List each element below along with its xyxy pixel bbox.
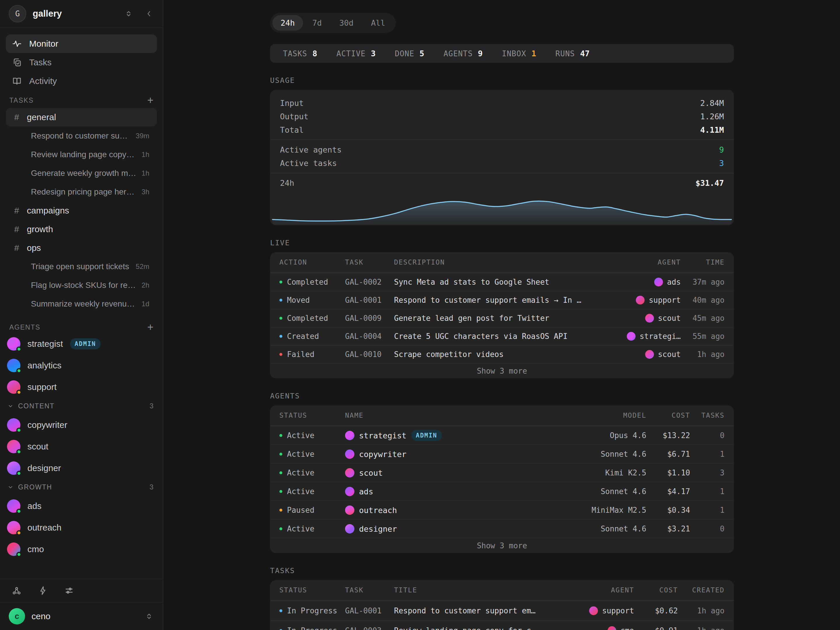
task-title: Respond to customer support em…	[31, 131, 130, 141]
agent-row[interactable]: Active strategistADMIN Opus 4.6 $13.22 0	[270, 426, 734, 445]
agent-group-content[interactable]: CONTENT 3	[0, 398, 163, 414]
sliders-icon[interactable]	[64, 586, 74, 595]
sidebar-task[interactable]: Flag low-stock SKUs for reorder 2h	[6, 276, 157, 295]
sidebar-agent-ads[interactable]: ads	[0, 495, 163, 517]
agent-row[interactable]: Active ads Sonnet 4.6 $4.17 1	[270, 482, 734, 501]
tasks-panel: STATUS TASK TITLE AGENT COST CREATED In …	[270, 580, 734, 630]
tab-7d[interactable]: 7d	[304, 15, 330, 31]
agents-show-more-button[interactable]: Show 3 more	[270, 538, 734, 553]
stat-done[interactable]: DONE5	[395, 49, 425, 58]
channel-label: ops	[27, 243, 41, 253]
live-show-more-button[interactable]: Show 3 more	[270, 363, 734, 378]
sidebar-agent-copywriter[interactable]: copywriter	[0, 414, 163, 436]
sidebar-agent-cmo[interactable]: cmo	[0, 538, 163, 560]
sidebar-agent-analytics[interactable]: analytics	[0, 355, 163, 376]
agent-name: outreach	[27, 523, 62, 532]
live-row[interactable]: Moved GAL-0001 Respond to customer suppo…	[270, 291, 734, 309]
agent-name: analytics	[27, 360, 62, 370]
channel-label: growth	[27, 224, 53, 234]
hash-icon: #	[12, 243, 21, 253]
active-tasks-row: Active tasks 3	[270, 156, 734, 170]
workspace-switcher-icon[interactable]	[124, 9, 134, 19]
sidebar-agent-outreach[interactable]: outreach	[0, 517, 163, 538]
sidebar-task[interactable]: Generate weekly growth metrics re… 1h	[6, 164, 157, 183]
sidebar-collapse-icon[interactable]	[144, 9, 154, 19]
sidebar-task[interactable]: Review landing page copy for conv… 1h	[6, 145, 157, 164]
channel-ops[interactable]: # ops	[6, 238, 157, 257]
sidebar-task[interactable]: Triage open support tickets 52m	[6, 257, 157, 276]
agent-group-growth[interactable]: GROWTH 3	[0, 479, 163, 495]
nav-item-monitor[interactable]: Monitor	[6, 35, 157, 53]
tab-30d[interactable]: 30d	[331, 15, 362, 31]
tasks-section-label: TASKS	[9, 96, 34, 104]
task-title: Generate weekly growth metrics re…	[31, 169, 136, 178]
usage-section-label: USAGE	[270, 76, 734, 85]
sidebar-nav: Monitor Tasks Activity	[0, 28, 163, 90]
sidebar-task[interactable]: Summarize weekly revenue by cha… 1d	[6, 295, 157, 313]
avatar	[7, 418, 21, 432]
stats-bar: TASKS8 ACTIVE3 DONE5 AGENTS9 INBOX1 RUNS…	[270, 44, 734, 63]
presence-dot	[16, 368, 22, 373]
avatar	[7, 499, 21, 513]
lightning-icon[interactable]	[38, 586, 48, 595]
live-row[interactable]: Created GAL-0004 Create 5 UGC characters…	[270, 327, 734, 345]
sidebar-task[interactable]: Respond to customer support em… 39m	[6, 126, 157, 145]
agent-row[interactable]: Paused outreach MiniMax M2.5 $0.34 1	[270, 501, 734, 519]
channel-general[interactable]: # general	[6, 108, 157, 126]
channel-campaigns[interactable]: # campaigns	[6, 201, 157, 220]
sidebar-agent-strategist[interactable]: strategist ADMIN	[0, 333, 163, 355]
task-title: Flag low-stock SKUs for reorder	[31, 281, 136, 290]
presence-dot	[16, 552, 22, 557]
hash-icon: #	[12, 224, 21, 234]
tab-all[interactable]: All	[363, 15, 393, 31]
admin-badge: ADMIN	[411, 430, 442, 441]
status-dot	[279, 353, 282, 356]
agents-section-label: AGENTS	[9, 324, 41, 332]
stat-runs[interactable]: RUNS47	[555, 49, 589, 58]
sidebar-toolbar	[0, 579, 163, 602]
status-dot	[279, 527, 282, 530]
usage-input-value: 2.84M	[700, 99, 724, 107]
nav-item-activity[interactable]: Activity	[6, 72, 157, 90]
graph-nodes-icon[interactable]	[12, 586, 22, 595]
live-row[interactable]: Completed GAL-0009 Generate lead gen pos…	[270, 309, 734, 327]
sidebar-agent-support[interactable]: support	[0, 376, 163, 398]
agents-section-label: AGENTS	[270, 392, 734, 400]
user-menu[interactable]: c ceno	[0, 602, 163, 630]
avatar	[645, 314, 654, 322]
usage-input-row: Input 2.84M	[270, 96, 734, 110]
status-dot	[279, 609, 282, 612]
workspace-header[interactable]: G gallery	[0, 0, 163, 28]
agent-name: cmo	[27, 544, 44, 554]
sidebar-agent-scout[interactable]: scout	[0, 436, 163, 457]
avatar	[7, 521, 21, 534]
task-row[interactable]: In Progress GAL-0001 Respond to customer…	[270, 600, 734, 621]
agent-row[interactable]: Active copywriter Sonnet 4.6 $6.71 1	[270, 445, 734, 463]
avatar	[345, 431, 354, 440]
agent-row[interactable]: Active scout Kimi K2.5 $1.10 3	[270, 463, 734, 482]
channel-growth[interactable]: # growth	[6, 220, 157, 238]
add-agent-button[interactable]: +	[147, 322, 153, 333]
tab-24h[interactable]: 24h	[272, 15, 303, 31]
stat-agents[interactable]: AGENTS9	[444, 49, 483, 58]
add-task-button[interactable]: +	[147, 95, 153, 106]
live-row[interactable]: Failed GAL-0010 Scrape competitor videos…	[270, 345, 734, 363]
agent-name: ads	[27, 501, 41, 511]
group-label: GROWTH	[18, 483, 52, 491]
stat-tasks[interactable]: TASKS8	[283, 49, 317, 58]
task-row[interactable]: In Progress GAL-0003 Review landing page…	[270, 621, 734, 630]
nav-item-tasks[interactable]: Tasks	[6, 53, 157, 72]
avatar	[7, 543, 21, 556]
stat-inbox[interactable]: INBOX1	[502, 49, 536, 58]
usage-total-value: 4.11M	[700, 125, 724, 134]
presence-dot	[16, 346, 22, 352]
presence-dot	[16, 390, 22, 395]
sidebar-task[interactable]: Redesign pricing page hero section 3h	[6, 183, 157, 201]
stat-active[interactable]: ACTIVE3	[336, 49, 376, 58]
task-time: 1h	[142, 169, 149, 177]
agent-row[interactable]: Active designer Sonnet 4.6 $3.21 0	[270, 519, 734, 538]
live-row[interactable]: Completed GAL-0002 Sync Meta ad stats to…	[270, 273, 734, 291]
group-label: CONTENT	[18, 402, 55, 410]
task-title: Summarize weekly revenue by cha…	[31, 299, 136, 309]
sidebar-agent-designer[interactable]: designer	[0, 457, 163, 479]
